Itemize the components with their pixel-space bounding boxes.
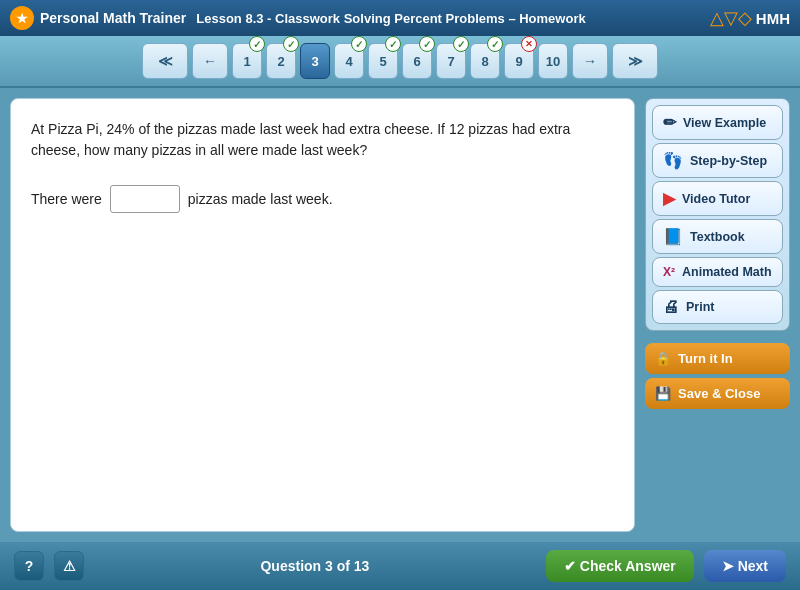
check-answer-button[interactable]: ✔ Check Answer — [546, 550, 694, 582]
video-tutor-label: Video Tutor — [682, 192, 750, 206]
sidebar-tools: ✏ View Example 👣 Step-by-Step ▶ Video Tu… — [645, 98, 790, 331]
footer: ? ⚠ Question 3 of 13 ✔ Check Answer ➤ Ne… — [0, 542, 800, 590]
right-panel: ✏ View Example 👣 Step-by-Step ▶ Video Tu… — [645, 98, 790, 532]
view-example-button[interactable]: ✏ View Example — [652, 105, 783, 140]
view-example-icon: ✏ — [663, 113, 676, 132]
textbook-label: Textbook — [690, 230, 745, 244]
first-button[interactable]: ≪ — [142, 43, 188, 79]
animated-math-icon: X² — [663, 265, 675, 279]
step-by-step-label: Step-by-Step — [690, 154, 767, 168]
save-close-label: Save & Close — [678, 386, 760, 401]
app-title: Personal Math Trainer — [40, 10, 186, 26]
textbook-icon: 📘 — [663, 227, 683, 246]
save-close-button[interactable]: 💾 Save & Close — [645, 378, 790, 409]
header: ★ Personal Math Trainer Lesson 8.3 - Cla… — [0, 0, 800, 36]
print-icon: 🖨 — [663, 298, 679, 316]
turn-it-in-label: Turn it In — [678, 351, 733, 366]
hmh-logo: HMH — [756, 10, 790, 27]
video-tutor-icon: ▶ — [663, 189, 675, 208]
last-button[interactable]: ≫ — [612, 43, 658, 79]
nav-num-7[interactable]: 7 — [436, 43, 466, 79]
save-close-icon: 💾 — [655, 386, 671, 401]
navigation-bar: ≪ ← 1 2 3 4 5 6 7 8 9 10 → ≫ — [0, 36, 800, 88]
main-content: At Pizza Pi, 24% of the pizzas made last… — [0, 88, 800, 542]
nav-num-1[interactable]: 1 — [232, 43, 262, 79]
step-by-step-button[interactable]: 👣 Step-by-Step — [652, 143, 783, 178]
question-text: At Pizza Pi, 24% of the pizzas made last… — [31, 119, 614, 161]
nav-num-5[interactable]: 5 — [368, 43, 398, 79]
turn-it-in-icon: 🔒 — [655, 351, 671, 366]
next-button[interactable]: ➤ Next — [704, 550, 786, 582]
app-logo: ★ Personal Math Trainer — [10, 6, 186, 30]
nav-num-2[interactable]: 2 — [266, 43, 296, 79]
print-label: Print — [686, 300, 714, 314]
step-by-step-icon: 👣 — [663, 151, 683, 170]
question-counter: Question 3 of 13 — [94, 558, 536, 574]
nav-num-9[interactable]: 9 — [504, 43, 534, 79]
nav-num-10[interactable]: 10 — [538, 43, 568, 79]
turn-it-in-button[interactable]: 🔒 Turn it In — [645, 343, 790, 374]
textbook-button[interactable]: 📘 Textbook — [652, 219, 783, 254]
print-button[interactable]: 🖨 Print — [652, 290, 783, 324]
nav-num-6[interactable]: 6 — [402, 43, 432, 79]
help-icon: ? — [25, 558, 34, 574]
alert-button[interactable]: ⚠ — [54, 551, 84, 581]
next-nav-button[interactable]: → — [572, 43, 608, 79]
answer-suffix: pizzas made last week. — [188, 191, 333, 207]
answer-prefix: There were — [31, 191, 102, 207]
animated-math-button[interactable]: X² Animated Math — [652, 257, 783, 287]
question-panel: At Pizza Pi, 24% of the pizzas made last… — [10, 98, 635, 532]
nav-num-3[interactable]: 3 — [300, 43, 330, 79]
logo-icon: ★ — [10, 6, 34, 30]
answer-input[interactable] — [110, 185, 180, 213]
lesson-title: Lesson 8.3 - Classwork Solving Percent P… — [196, 11, 700, 26]
help-button[interactable]: ? — [14, 551, 44, 581]
video-tutor-button[interactable]: ▶ Video Tutor — [652, 181, 783, 216]
sidebar-actions: 🔒 Turn it In 💾 Save & Close — [645, 343, 790, 409]
nav-num-4[interactable]: 4 — [334, 43, 364, 79]
answer-row: There were pizzas made last week. — [31, 185, 614, 213]
nav-num-8[interactable]: 8 — [470, 43, 500, 79]
next-label: ➤ Next — [722, 558, 768, 574]
alert-icon: ⚠ — [63, 558, 76, 574]
check-answer-label: ✔ Check Answer — [564, 558, 676, 574]
view-example-label: View Example — [683, 116, 766, 130]
animated-math-label: Animated Math — [682, 265, 772, 279]
prev-button[interactable]: ← — [192, 43, 228, 79]
